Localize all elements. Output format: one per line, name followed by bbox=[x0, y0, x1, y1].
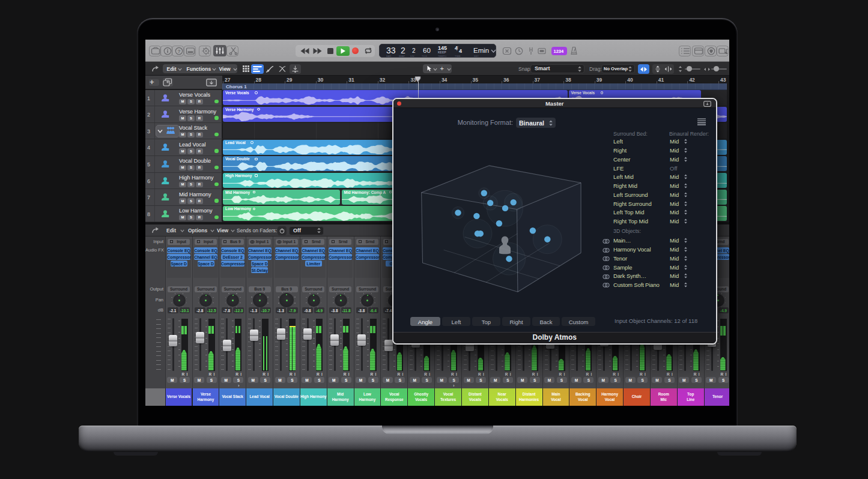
svg-text:?: ? bbox=[178, 49, 181, 54]
